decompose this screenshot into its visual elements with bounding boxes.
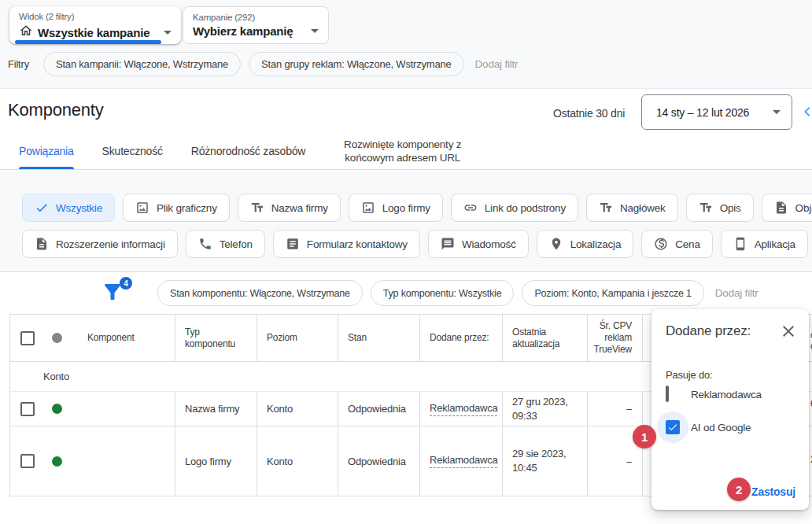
link-icon: [463, 201, 478, 215]
type-chip-call[interactable]: Telefon: [186, 230, 265, 258]
cell-dodane-przez[interactable]: Reklamodawca: [430, 454, 497, 468]
component-type-filter-section: Wszystkie Plik graficzny Nazwa firmy Log…: [0, 171, 812, 272]
type-chip-business-name[interactable]: Nazwa firmy: [238, 194, 341, 222]
option-reklamodawca[interactable]: Reklamodawca: [666, 387, 762, 401]
date-range-picker[interactable]: 14 sty – 12 lut 2026: [641, 94, 792, 130]
status-column-icon: [52, 333, 62, 343]
apply-button[interactable]: Zastosuj: [751, 485, 795, 498]
row-checkbox[interactable]: [20, 454, 35, 468]
campaign-selector-label: Kampanie (292): [193, 13, 319, 22]
form-icon: [286, 237, 300, 251]
tab-rozwiniete-komponenty[interactable]: Rozwinięte komponenty z końcowym adresem…: [334, 133, 471, 169]
cell-stan: Odpowiednia: [338, 392, 419, 426]
type-chip-message[interactable]: Wiadomość: [428, 230, 529, 258]
filter-chip-component-type[interactable]: Typ komponentu: Wszystkie: [371, 280, 515, 306]
document-icon: [35, 237, 49, 251]
location-pin-icon: [549, 237, 563, 251]
view-selector[interactable]: Widok (2 filtry) Wszystkie kampanie: [9, 6, 181, 44]
filters-label: Filtry: [8, 58, 29, 70]
type-chip-app[interactable]: Aplikacja: [721, 230, 808, 258]
column-header-cpv[interactable]: Śr. CPV reklam TrueView: [587, 315, 642, 361]
chat-icon: [441, 237, 455, 251]
type-chip-sitelink[interactable]: Link do podstrony: [451, 194, 578, 222]
status-enabled-icon: [52, 456, 62, 467]
page-header: Komponenty Ostatnie 30 dni 14 sty – 12 l…: [0, 90, 812, 170]
tab-roznorodnosc-zasobow[interactable]: Różnorodność zasobów: [191, 133, 305, 169]
cell-poziom: Konto: [257, 392, 338, 426]
filter-funnel-icon[interactable]: 4: [101, 280, 127, 307]
type-chip-headline[interactable]: Nagłówek: [586, 194, 678, 222]
date-range-value: 14 sty – 12 lut 2026: [656, 106, 749, 119]
cell-aktualizacja: 29 sie 2023, 10:45: [502, 426, 587, 496]
column-header-typ[interactable]: Typ komponentu: [175, 315, 257, 361]
status-enabled-icon: [52, 404, 62, 414]
tab-skutecznosc[interactable]: Skuteczność: [102, 133, 163, 169]
checkbox-checked[interactable]: [666, 420, 680, 434]
text-icon: [599, 201, 613, 215]
date-preset-label: Ostatnie 30 dni: [553, 107, 625, 120]
page-title: Komponenty: [8, 100, 104, 120]
type-chip-row-1: Wszystkie Plik graficzny Nazwa firmy Log…: [22, 194, 812, 222]
popup-title: Dodane przez:: [666, 323, 751, 339]
global-filters-bar: Filtry Stan kampanii: Włączone, Wstrzyma…: [8, 52, 518, 76]
mobile-app-icon: [733, 237, 747, 251]
table-filter-chips: Stan komponentu: Włączone, Wstrzymane Ty…: [157, 280, 758, 306]
add-filter-button[interactable]: Dodaj filtr: [475, 58, 519, 70]
column-header-stan[interactable]: Stan: [338, 315, 419, 361]
cell-typ: Logo firmy: [175, 426, 257, 496]
filter-chip-campaign-status[interactable]: Stan kampanii: Włączone, Wstrzymane: [43, 52, 241, 76]
cell-komponent: [78, 392, 175, 426]
cell-aktualizacja: 27 gru 2023, 09:33: [502, 392, 587, 426]
cell-komponent: [78, 426, 175, 496]
cell-dodane-przez[interactable]: Reklamodawca: [430, 402, 497, 416]
annotation-badge-1: 1: [633, 425, 656, 448]
type-chip-all[interactable]: Wszystkie: [22, 194, 115, 222]
type-chip-business-logo[interactable]: Logo firmy: [349, 194, 443, 222]
type-chip-callout[interactable]: Obja: [762, 194, 812, 222]
type-chip-description[interactable]: Opis: [686, 194, 754, 222]
document-icon: [774, 201, 788, 215]
text-icon: [250, 201, 264, 215]
top-bar: Widok (2 filtry) Wszystkie kampanie Kamp…: [0, 0, 812, 89]
row-checkbox[interactable]: [20, 402, 35, 416]
filter-chip-level[interactable]: Poziom: Konto, Kampania i jeszcze 1: [522, 280, 703, 306]
type-chip-lead-form[interactable]: Formularz kontaktowy: [273, 230, 420, 258]
type-chip-price[interactable]: Cena: [641, 230, 712, 258]
tab-powiazania[interactable]: Powiązania: [19, 133, 74, 169]
add-table-filter-button[interactable]: Dodaj filtr: [715, 287, 758, 299]
price-icon: [654, 237, 668, 251]
chevron-down-icon: [311, 29, 319, 33]
type-chip-image[interactable]: Plik graficzny: [123, 194, 230, 222]
view-selector-label: Widok (2 filtry): [19, 12, 172, 21]
column-header-aktualizacja[interactable]: Ostatnia aktualizacja: [502, 315, 587, 361]
image-icon: [361, 201, 375, 215]
view-active-indicator: [15, 40, 161, 44]
annotation-badge-2: 2: [727, 478, 751, 501]
column-header-poziom[interactable]: Poziom: [257, 315, 338, 361]
filter-chip-adgroup-status[interactable]: Stan grupy reklam: Włączone, Wstrzymane: [249, 52, 463, 76]
type-chip-row-2: Rozszerzenie informacji Telefon Formular…: [22, 230, 812, 258]
close-icon[interactable]: [779, 322, 798, 341]
cell-poziom: Konto: [257, 426, 338, 496]
tab-bar: Powiązania Skuteczność Różnorodność zaso…: [19, 133, 471, 169]
checkbox-unchecked[interactable]: [666, 386, 669, 402]
image-icon: [135, 201, 149, 215]
home-icon: [19, 24, 33, 41]
type-chip-location[interactable]: Lokalizacja: [537, 230, 634, 258]
check-icon: [35, 201, 49, 215]
chevron-left-icon[interactable]: [798, 102, 812, 121]
campaign-selector-value: Wybierz kampanię: [193, 24, 293, 38]
view-selector-value: Wszystkie kampanie: [38, 26, 149, 39]
column-header-komponent[interactable]: Komponent: [78, 315, 175, 361]
option-ai-od-google[interactable]: AI od Google: [666, 420, 751, 434]
table-filter-toolbar: 4 Stan komponentu: Włączone, Wstrzymane …: [0, 273, 812, 314]
text-icon: [699, 201, 713, 215]
cell-stan: Odpowiednia: [338, 426, 419, 496]
campaign-selector[interactable]: Kampanie (292) Wybierz kampanię: [183, 6, 329, 44]
type-chip-structured-snippet[interactable]: Rozszerzenie informacji: [22, 230, 178, 258]
chevron-down-icon: [164, 31, 172, 35]
filter-chip-component-status[interactable]: Stan komponentu: Włączone, Wstrzymane: [157, 280, 363, 306]
column-header-dodane-przez[interactable]: Dodane przez:: [419, 315, 502, 361]
cell-cpv: –: [587, 392, 642, 426]
select-all-checkbox[interactable]: [20, 331, 35, 345]
